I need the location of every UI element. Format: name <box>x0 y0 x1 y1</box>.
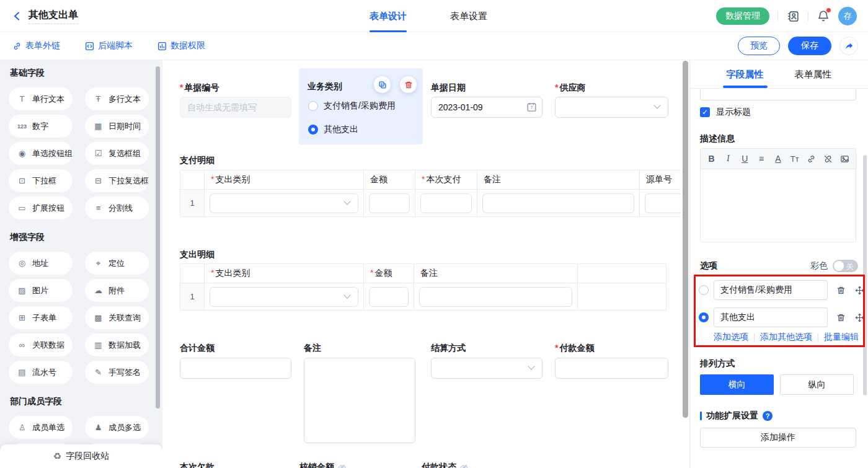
option-action-link[interactable]: 添加其他选项 <box>760 332 812 343</box>
font-size-icon[interactable]: Tᴛ <box>788 152 802 166</box>
tab-form-properties[interactable]: 表单属性 <box>795 60 832 88</box>
field-pill-label: 关联数据 <box>32 340 64 351</box>
cell-input[interactable] <box>419 287 572 307</box>
delete-option-button[interactable] <box>836 312 846 323</box>
field-pill[interactable]: ◎地址 <box>9 252 73 275</box>
arrangement-horizontal-button[interactable]: 横向 <box>700 374 774 395</box>
checkbox-group-icon: ☑ <box>93 149 104 158</box>
field-label-remark: 备注 <box>304 343 321 354</box>
radio-checked-icon[interactable] <box>699 312 709 322</box>
canvas-scrollbar[interactable] <box>681 60 689 468</box>
field-title-input-clipped[interactable] <box>700 89 856 100</box>
doc-date-input[interactable] <box>431 97 542 118</box>
field-pill[interactable]: ∞关联数据 <box>9 333 73 356</box>
field-pill[interactable]: ♟成员多选 <box>85 416 149 439</box>
field-pill[interactable]: ≡分割线 <box>85 196 149 219</box>
page-title[interactable]: 其他支出单 <box>29 9 78 24</box>
field-pill[interactable]: ✎手写签名 <box>85 361 149 384</box>
calendar-icon[interactable]: 7 <box>526 102 537 112</box>
field-pill[interactable]: ☁附件 <box>85 279 149 302</box>
field-pill[interactable]: ▭扩展按钮 <box>9 196 73 219</box>
avatar[interactable]: 存 <box>838 7 857 25</box>
cell-select[interactable] <box>210 193 358 213</box>
remark-textarea[interactable] <box>304 358 415 443</box>
data-permission-link[interactable]: 数据权限 <box>157 40 205 51</box>
tab-form-design[interactable]: 表单设计 <box>370 0 407 32</box>
supplier-select[interactable] <box>555 97 668 118</box>
field-pill[interactable]: ▨图片 <box>9 279 73 302</box>
underline-icon[interactable]: U <box>738 152 751 166</box>
field-pill[interactable]: T单行文本 <box>9 87 73 110</box>
link-icon[interactable] <box>805 152 818 166</box>
payment-amount-input[interactable] <box>555 358 668 379</box>
cell-select[interactable] <box>210 287 358 307</box>
field-pill[interactable]: ▤流水号 <box>9 361 73 384</box>
biz-option-2[interactable]: 其他支出 <box>308 124 358 135</box>
notification-bell-icon[interactable] <box>817 9 830 23</box>
canvas-scrollbar-thumb[interactable] <box>683 61 688 418</box>
settlement-select[interactable] <box>431 358 542 379</box>
option-action-link[interactable]: 添加选项 <box>714 332 748 343</box>
field-pill[interactable]: ◉单选按钮组 <box>9 142 73 165</box>
option-action-link[interactable]: 批量编辑 <box>824 332 859 343</box>
italic-icon[interactable]: I <box>721 152 735 166</box>
panel-scrollbar-thumb[interactable] <box>863 155 867 395</box>
cell-input[interactable] <box>482 193 634 213</box>
form-external-link[interactable]: 表单外链 <box>12 40 60 51</box>
field-recycle-bin[interactable]: ♻ 字段回收站 <box>0 444 162 468</box>
contact-book-icon[interactable] <box>786 9 800 23</box>
share-button[interactable] <box>839 37 858 55</box>
radio-unchecked-icon[interactable] <box>699 285 709 295</box>
topbar-right: 数据管理 存 <box>716 0 857 32</box>
cell-input[interactable] <box>369 287 409 307</box>
field-pill[interactable]: ⊟下拉复选框 <box>85 169 149 192</box>
tab-form-settings[interactable]: 表单设置 <box>450 0 487 32</box>
selected-field-biz-type[interactable]: 业务类别 支付销售/采购费用 其他支出 <box>299 68 423 144</box>
field-pill[interactable]: ⌖定位 <box>85 252 149 275</box>
delete-field-button[interactable] <box>400 76 417 93</box>
field-pill[interactable]: 123数字 <box>9 115 73 138</box>
field-pill[interactable]: ▩关联查询 <box>85 306 149 329</box>
align-icon[interactable]: ≡ <box>755 152 768 166</box>
font-color-icon[interactable]: A <box>771 152 785 166</box>
radio-unchecked-icon[interactable] <box>308 101 318 111</box>
form-canvas: 单据编号 业务类别 支付销售/采购费用 其他支出 <box>162 60 681 468</box>
sidebar-scrollbar[interactable] <box>156 66 160 408</box>
cell-input[interactable] <box>645 193 681 213</box>
doc-no-input[interactable] <box>180 97 291 118</box>
editor-body[interactable] <box>701 169 856 242</box>
back-icon[interactable] <box>12 11 21 22</box>
field-label-doc-no: 单据编号 <box>180 82 219 94</box>
save-button[interactable]: 保存 <box>788 37 831 55</box>
tab-field-properties[interactable]: 字段属性 <box>727 60 764 88</box>
backend-script-link[interactable]: 后端脚本 <box>85 40 133 51</box>
data-manage-button[interactable]: 数据管理 <box>716 7 769 25</box>
option-text-input[interactable] <box>714 280 828 300</box>
arrangement-vertical-button[interactable]: 纵向 <box>780 374 854 395</box>
unlink-icon[interactable] <box>822 152 835 166</box>
delete-option-button[interactable] <box>836 285 846 296</box>
cell-input[interactable] <box>420 193 472 213</box>
biz-option-1[interactable]: 支付销售/采购费用 <box>308 100 396 112</box>
cell-input[interactable] <box>369 193 410 213</box>
divider-icon: ≡ <box>93 203 104 213</box>
preview-button[interactable]: 预览 <box>738 37 780 55</box>
field-pill[interactable]: ▥数据加载 <box>85 333 149 356</box>
field-pill[interactable]: ♙成员单选 <box>9 416 73 439</box>
add-operation-button[interactable]: 添加操作 <box>700 428 856 448</box>
field-pill[interactable]: ⊡下拉框 <box>9 169 73 192</box>
bold-icon[interactable]: B <box>704 152 718 166</box>
field-pill[interactable]: ⊞子表单 <box>9 306 73 329</box>
total-amount-input[interactable] <box>180 358 291 379</box>
image-icon[interactable] <box>838 152 851 166</box>
color-toggle[interactable]: 关 <box>833 260 858 272</box>
help-icon[interactable]: ? <box>763 411 773 421</box>
field-pill[interactable]: ☑复选框组 <box>85 142 149 165</box>
option-text-input[interactable] <box>714 307 828 327</box>
field-pill[interactable]: Ŧ多行文本 <box>85 87 149 110</box>
field-pill[interactable]: ▦日期时间 <box>85 115 149 138</box>
radio-checked-icon[interactable] <box>308 125 318 135</box>
copy-field-button[interactable] <box>374 76 391 93</box>
multi-line-text-icon: Ŧ <box>93 94 104 104</box>
checkbox-checked-icon[interactable]: ✓ <box>700 107 710 117</box>
